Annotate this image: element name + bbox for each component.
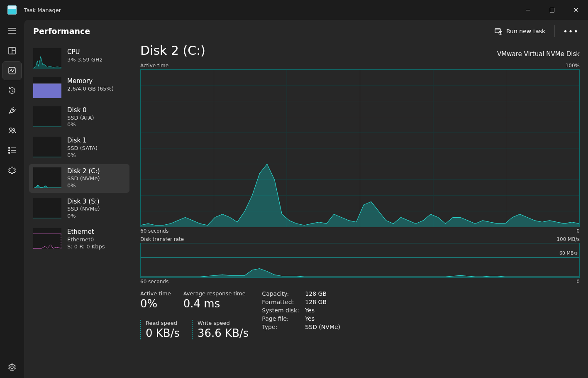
sidebar-item-sub: SSD (NVMe) [67,175,100,182]
close-icon: ✕ [573,6,579,14]
sidebar-item-memory[interactable]: Memory 2.6/4.0 GB (65%) [29,74,129,101]
kv-pagefile-v: Yes [305,315,340,322]
svg-marker-46 [141,164,579,227]
chart-area [141,70,579,227]
detail-pane: Disk 2 (C:) VMware Virtual NVMe Disk Act… [133,42,588,378]
root: Performance Run new task ••• [0,20,588,378]
sidebar-item-label: Disk 3 (S:) [67,198,100,206]
close-button[interactable]: ✕ [564,0,588,20]
active-time-value: 0% [140,297,171,310]
svg-point-11 [13,129,15,131]
chart1-label: Active time [140,63,168,69]
svg-rect-19 [495,29,500,33]
content: Performance Run new task ••• [24,20,588,378]
sidebar-item-sub: SSD (ATA) [67,115,94,122]
minimize-icon [526,10,530,10]
run-new-task-button[interactable]: Run new task [489,25,551,37]
kv-formatted-k: Formatted: [262,299,305,305]
sidebar-item-label: CPU [67,48,102,56]
active-time-chart[interactable] [140,69,580,227]
sidebar-item-sub2: 0% [67,213,100,220]
panel: CPU 3% 3.59 GHz Memory 2.6/4.0 GB (65%) [24,42,588,378]
svg-point-9 [12,109,14,110]
hamburger-button[interactable] [3,22,21,40]
sidebar-item-sub: 2.6/4.0 GB (65%) [67,86,114,93]
read-speed-value: 0 KB/s [146,327,180,339]
sidebar-item-disk0[interactable]: Disk 0 SSD (ATA) 0% [29,103,129,132]
write-speed-label: Write speed [198,320,249,326]
svg-point-10 [10,128,12,130]
perf-sidebar: CPU 3% 3.59 GHz Memory 2.6/4.0 GB (65%) [26,42,133,378]
svg-point-14 [9,150,10,151]
svg-point-16 [9,152,10,154]
svg-rect-25 [33,84,61,98]
kv-table: Capacity:128 GB Formatted:128 GB System … [262,290,340,330]
kv-formatted-v: 128 GB [305,299,340,305]
maximize-icon [550,8,554,12]
page-title: Performance [33,27,90,36]
more-options-button[interactable]: ••• [558,25,584,38]
kv-systemdisk-v: Yes [305,307,340,314]
detail-subtitle: VMware Virtual NVMe Disk [497,50,580,58]
sidebar-item-disk1[interactable]: Disk 1 SSD (SATA) 0% [29,133,129,162]
kv-capacity-v: 128 GB [305,290,340,297]
kv-pagefile-k: Page file: [262,315,305,322]
svg-line-8 [12,91,13,92]
read-speed-label: Read speed [146,320,180,326]
disk-thumb [33,137,61,157]
kv-systemdisk-k: System disk: [262,307,305,314]
nav-performance[interactable] [3,61,21,80]
detail-title: Disk 2 (C:) [140,43,205,58]
disk-thumb [33,167,61,188]
chart1-xleft: 60 seconds [140,228,168,234]
more-options-icon: ••• [563,27,579,36]
nav-startup[interactable] [3,101,21,120]
sidebar-item-cpu[interactable]: CPU 3% 3.59 GHz [29,45,129,72]
avg-resp-value: 0.4 ms [183,297,246,310]
nav-processes[interactable] [3,42,21,60]
nav-app-history[interactable] [3,81,21,100]
nav-rail [0,20,24,378]
sidebar-item-ethernet[interactable]: Ethernet Ethernet0 S: 0 R: 0 Kbps [29,225,129,253]
chart-area [141,243,579,277]
nav-services[interactable] [3,161,21,179]
sidebar-item-sub2: 0% [67,121,94,128]
chart2-xleft: 60 seconds [140,279,168,285]
sidebar-item-label: Disk 2 (C:) [67,167,100,176]
top-bar: Performance Run new task ••• [24,20,588,42]
toolbar-divider [554,25,555,37]
titlebar: Task Manager ✕ [0,0,588,20]
window-controls: ✕ [516,0,588,20]
chart2-max: 100 MB/s [556,236,580,242]
run-new-task-label: Run new task [506,28,545,34]
stats-row: Active time 0% Average response time 0.4… [140,290,580,339]
app-icon [7,5,17,15]
sidebar-item-sub: SSD (SATA) [67,145,98,152]
svg-point-18 [11,366,13,368]
maximize-button[interactable] [540,0,564,20]
sidebar-item-label: Memory [67,77,114,86]
kv-capacity-k: Capacity: [262,290,305,297]
app-title: Task Manager [24,7,61,13]
nav-details[interactable] [3,141,21,160]
chart2-label: Disk transfer rate [140,236,184,242]
chart2-xright: 0 [576,279,580,285]
minimize-button[interactable] [516,0,540,20]
cpu-thumb [33,48,61,69]
sidebar-item-sub2: 0% [67,152,98,159]
sidebar-item-sub2: S: 0 R: 0 Kbps [67,243,105,250]
net-thumb [33,228,61,249]
sidebar-item-sub2: 0% [67,182,100,189]
nav-settings[interactable] [3,358,21,376]
sidebar-item-disk2[interactable]: Disk 2 (C:) SSD (NVMe) 0% [29,164,129,193]
active-time-label: Active time [140,290,171,297]
sidebar-item-sub: Ethernet0 [67,236,105,243]
sidebar-item-label: Ethernet [67,228,105,236]
sidebar-item-disk3[interactable]: Disk 3 (S:) SSD (NVMe) 0% [29,194,129,223]
disk-thumb [33,198,61,218]
sidebar-item-sub: 3% 3.59 GHz [67,56,102,64]
chart1-xright: 0 [576,228,580,234]
avg-resp-label: Average response time [183,290,246,297]
transfer-rate-chart[interactable]: 60 MB/s [140,243,580,278]
nav-users[interactable] [3,121,21,140]
